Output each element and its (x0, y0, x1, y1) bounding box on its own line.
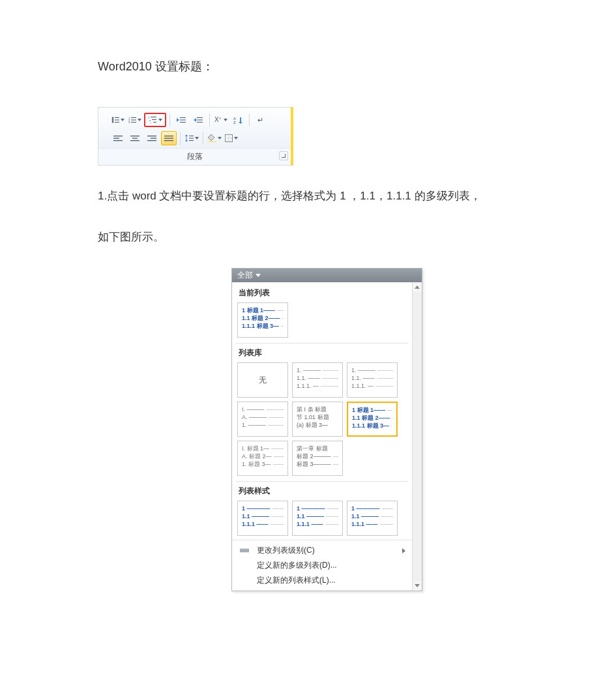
svg-rect-24 (197, 120, 203, 121)
document-title: Word2010 设置标题： (98, 59, 616, 74)
section-list-styles: 列表样式 (232, 483, 412, 499)
svg-rect-15 (152, 119, 156, 120)
thumb-lib-8[interactable]: 第一章 标题 标题 2——— 标题 3——— (292, 441, 343, 476)
svg-rect-38 (147, 136, 156, 136)
svg-rect-19 (180, 117, 186, 118)
thumb-style-2[interactable]: 1 ———— 1.1 ——— 1.1.1 —— (292, 501, 343, 536)
thumb-lib-4[interactable]: I. ——— A. ——— 1. ——— (237, 402, 288, 437)
svg-rect-25 (197, 122, 203, 123)
section-current-list: 当前列表 (232, 285, 412, 301)
svg-rect-40 (147, 140, 156, 141)
thumb-lib-7[interactable]: I. 标题 1— A. 标题 2— 1. 标题 3— (237, 441, 288, 476)
ribbon-paragraph-group: 123 1ai Xʌ AZ (98, 107, 293, 166)
thumb-lib-6-selected[interactable]: 1 标题 1—— 1.1 标题 2—— 1.1.1 标题 3— (347, 402, 398, 437)
svg-rect-21 (180, 122, 186, 123)
multilevel-list-icon[interactable]: 1ai (144, 113, 166, 127)
shading-icon[interactable] (207, 131, 222, 145)
svg-rect-32 (113, 136, 123, 136)
svg-rect-20 (180, 120, 186, 121)
numbering-icon[interactable]: 123 (127, 113, 143, 127)
svg-text:ʌ: ʌ (219, 116, 221, 120)
svg-marker-18 (177, 118, 179, 122)
menu-define-new-list-style[interactable]: 定义新的列表样式(L)... (232, 573, 412, 588)
svg-rect-33 (113, 138, 119, 139)
svg-rect-41 (164, 136, 173, 136)
svg-text:↵: ↵ (257, 116, 263, 124)
align-center-icon[interactable] (127, 131, 143, 145)
svg-rect-34 (113, 140, 123, 141)
align-left-icon[interactable] (110, 131, 126, 145)
ribbon-row-2 (110, 131, 284, 145)
svg-text:Z: Z (233, 121, 236, 124)
line-spacing-icon[interactable] (184, 131, 199, 145)
svg-marker-22 (194, 118, 196, 122)
svg-point-2 (112, 119, 114, 121)
svg-rect-39 (151, 138, 156, 139)
svg-text:X: X (214, 116, 219, 123)
svg-rect-1 (115, 117, 119, 118)
decrease-indent-icon[interactable] (173, 113, 189, 127)
svg-rect-5 (115, 122, 119, 123)
dialog-launcher-icon[interactable] (279, 151, 288, 160)
thumb-lib-3[interactable]: 1. ——— 1.1. —— 1.1.1. — (347, 362, 398, 398)
svg-text:3: 3 (128, 121, 130, 123)
svg-rect-50 (207, 141, 216, 142)
svg-rect-49 (189, 140, 194, 141)
svg-rect-36 (132, 138, 138, 139)
svg-rect-42 (164, 138, 173, 139)
svg-rect-7 (131, 117, 136, 118)
scroll-down-icon[interactable] (413, 581, 422, 591)
svg-marker-46 (185, 140, 188, 142)
thumb-lib-2[interactable]: 1. ——— 1.1. —— 1.1.1. — (292, 362, 343, 398)
bullets-icon[interactable] (110, 113, 126, 127)
dropdown-header[interactable]: 全部 (232, 269, 422, 282)
sort-icon[interactable]: AZ (230, 113, 246, 127)
thumb-style-3[interactable]: 1 ———— 1.1 ——— 1.1.1 —— (347, 501, 398, 536)
dropdown-scrollbar[interactable] (412, 282, 422, 591)
svg-rect-13 (151, 117, 156, 117)
thumb-none[interactable]: 无 (237, 362, 288, 398)
svg-rect-47 (189, 136, 194, 136)
svg-rect-37 (130, 140, 139, 141)
borders-icon[interactable] (224, 131, 239, 145)
ribbon-row-1: 123 1ai Xʌ AZ (110, 113, 284, 127)
thumb-style-1[interactable]: 1 ———— 1.1 ——— 1.1.1 —— (237, 501, 288, 536)
menu-define-new-multilevel[interactable]: 定义新的多级列表(D)... (232, 558, 412, 573)
thumb-current[interactable]: 1 标题 1—— 1.1 标题 2—— 1.1.1 标题 3— (237, 302, 288, 338)
increase-indent-icon[interactable] (190, 113, 206, 127)
step-1b-text: 如下图所示。 (98, 227, 616, 248)
svg-marker-30 (239, 117, 242, 124)
svg-rect-45 (186, 136, 187, 140)
multilevel-list-dropdown: 全部 当前列表 1 标题 1—— 1.1 标题 2—— 1.1.1 标题 3— … (231, 268, 422, 591)
show-hide-icon[interactable]: ↵ (253, 113, 269, 127)
scroll-up-icon[interactable] (413, 282, 422, 292)
svg-rect-11 (131, 122, 136, 123)
svg-rect-3 (115, 120, 119, 121)
svg-rect-17 (153, 122, 156, 123)
svg-rect-43 (164, 140, 173, 141)
section-list-library: 列表库 (232, 345, 412, 361)
asian-layout-icon[interactable]: Xʌ (213, 113, 229, 127)
svg-point-4 (112, 121, 114, 123)
menu-change-list-level[interactable]: 更改列表级别(C) (232, 543, 412, 558)
svg-rect-48 (189, 138, 194, 139)
thumb-lib-5[interactable]: 第 I 条 标题 节 1.01 标题 (a) 标题 3— (292, 402, 343, 437)
svg-marker-44 (185, 134, 188, 136)
align-right-icon[interactable] (144, 131, 160, 145)
ribbon-group-label: 段落 (98, 148, 291, 165)
submenu-arrow-icon (402, 548, 405, 553)
svg-rect-23 (197, 117, 203, 118)
svg-rect-9 (131, 120, 136, 121)
svg-point-0 (112, 117, 114, 119)
svg-rect-35 (130, 136, 139, 136)
step-1-text: 1.点击 word 文档中要设置标题的行，选择格式为 1 ，1.1，1.1.1 … (98, 186, 616, 207)
align-justify-icon[interactable] (161, 131, 177, 145)
svg-text:i: i (151, 121, 151, 124)
